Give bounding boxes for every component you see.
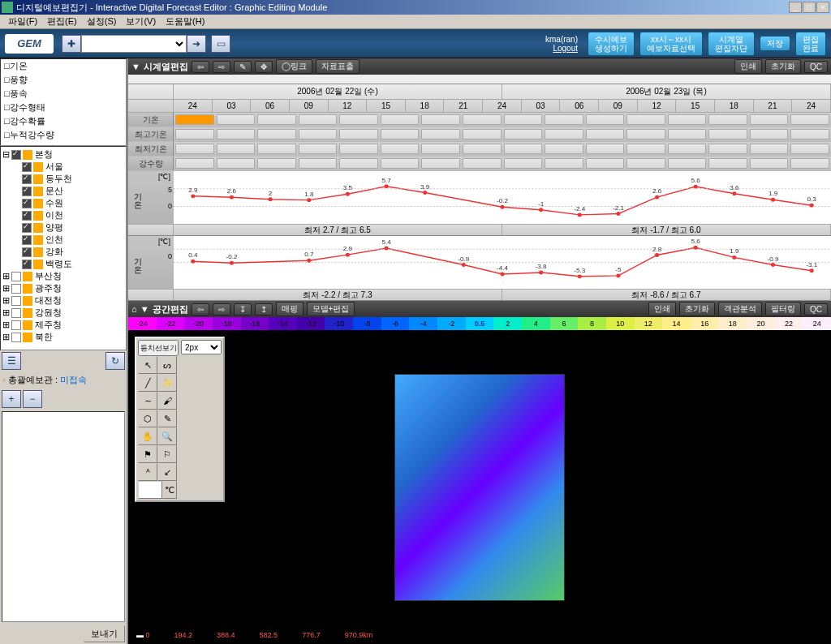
tree-item[interactable]: 동두천 (2, 173, 124, 185)
tree-item[interactable]: 이천 (2, 209, 124, 221)
tree-item[interactable]: 인천 (2, 234, 124, 246)
variable-item[interactable]: □풍속 (1, 87, 126, 101)
variable-item[interactable]: □기온 (1, 59, 126, 73)
model-edit-button[interactable]: 모델+편집 (307, 302, 355, 316)
slot-cell[interactable] (790, 158, 829, 169)
tree-item[interactable]: ⊟본청 (2, 148, 124, 161)
menu-help[interactable]: 도움말(H) (161, 15, 209, 28)
slot-cell[interactable] (668, 129, 707, 140)
tree-item[interactable]: ⊞부산청 (2, 270, 124, 282)
tree-item[interactable]: 백령도 (2, 258, 124, 270)
tool-pen[interactable]: ✎ (157, 410, 177, 427)
tool-wand[interactable]: ✨ (157, 374, 177, 392)
slot-cell[interactable] (217, 129, 256, 140)
tree-item[interactable]: 양평 (2, 221, 124, 234)
nav-next-icon[interactable]: ⇨ (213, 61, 230, 73)
map-print-button[interactable]: 인쇄 (648, 302, 676, 316)
px-select[interactable]: 2px (181, 340, 222, 354)
ts-reset-button[interactable]: 초기화 (765, 59, 801, 74)
logout-link[interactable]: Logout (553, 44, 578, 53)
map-qc-button[interactable]: QC (804, 303, 828, 316)
variable-item[interactable]: □강수확률 (1, 114, 126, 128)
variable-item[interactable]: □강수형태 (1, 101, 126, 114)
tool-text[interactable]: ᴬ (138, 463, 157, 481)
slot-cell[interactable] (750, 144, 789, 154)
mapping-button[interactable]: 매핑 (276, 302, 304, 316)
add-button[interactable]: ✚ (62, 35, 81, 53)
tree-item[interactable]: ⊞대전청 (2, 294, 124, 307)
ts-print-button[interactable]: 인쇄 (734, 59, 762, 74)
slot-cell[interactable] (545, 158, 583, 169)
tool-hand[interactable]: ✋ (138, 427, 157, 445)
nav-prev-icon[interactable]: ⇦ (192, 61, 209, 73)
slot-cell[interactable] (708, 114, 747, 125)
slot-cell[interactable] (504, 114, 543, 125)
slot-cell[interactable] (586, 144, 625, 154)
slot-cell[interactable] (339, 129, 378, 140)
slot-cell[interactable] (463, 144, 502, 154)
generate-forecast-button[interactable]: 수시예보 생성하기 (588, 32, 635, 56)
slot-cell[interactable] (545, 129, 583, 140)
tool-curve[interactable]: ∼ (138, 392, 157, 410)
variable-item[interactable]: □누적강수량 (1, 128, 126, 142)
message-box[interactable] (2, 411, 125, 622)
msg-del-icon[interactable]: − (23, 390, 42, 408)
display-button[interactable]: 자료표출 (316, 59, 360, 74)
slot-cell[interactable] (299, 158, 338, 169)
slot-cell[interactable] (586, 129, 625, 140)
tool-zoom[interactable]: 🔍 (157, 427, 177, 445)
slot-cell[interactable] (790, 144, 829, 154)
save-button[interactable]: 저장 (760, 36, 790, 51)
tool-line[interactable]: ╱ (138, 374, 157, 392)
tree-item[interactable]: ⊞북한 (2, 331, 124, 343)
tree-icon-1[interactable]: ☰ (2, 352, 21, 370)
slot-cell[interactable] (668, 158, 707, 169)
variable-item[interactable]: □풍향 (1, 73, 126, 87)
slot-cell[interactable] (790, 129, 829, 140)
tool-pick[interactable]: ↙ (157, 463, 177, 481)
slot-cell[interactable] (545, 144, 583, 154)
slot-cell[interactable] (381, 158, 420, 169)
tool-arrow[interactable]: ↖ (138, 356, 157, 374)
tree-item[interactable]: ⊞광주청 (2, 282, 124, 294)
doc-button[interactable]: ▭ (211, 35, 230, 53)
menu-view[interactable]: 보기(V) (121, 15, 161, 28)
map-canvas[interactable]: 등치선보기 2px ↖ᔕ ╱✨ ∼🖌 ⬡✎ ✋🔍 ⚑⚐ ᴬ↙ ℃ ▬ 0194.… (128, 330, 831, 644)
slot-cell[interactable] (217, 114, 256, 125)
slot-cell[interactable] (257, 158, 296, 169)
slot-cell[interactable] (750, 129, 789, 140)
slot-cell[interactable] (175, 144, 214, 154)
slot-cell[interactable] (175, 114, 214, 125)
slot-cell[interactable] (339, 144, 378, 154)
slot-cell[interactable] (504, 144, 543, 154)
slot-cell[interactable] (421, 144, 460, 154)
slot-cell[interactable] (175, 158, 214, 169)
map-in-icon[interactable]: ↧ (234, 303, 252, 316)
block-edit-button[interactable]: 시계열 편집차단 (708, 32, 755, 56)
analysis-button[interactable]: 객관분석 (718, 302, 762, 316)
slot-cell[interactable] (586, 158, 625, 169)
slot-cell[interactable] (421, 114, 460, 125)
slot-cell[interactable] (217, 158, 256, 169)
send-button[interactable]: 보내기 (84, 625, 125, 642)
slot-cell[interactable] (299, 129, 338, 140)
slot-cell[interactable] (175, 129, 214, 140)
slot-cell[interactable] (381, 114, 420, 125)
go-button[interactable]: ➜ (187, 35, 206, 53)
tree-item[interactable]: 수원 (2, 197, 124, 209)
collapse-icon[interactable]: ▼ (131, 62, 140, 71)
map-collapse-icon[interactable]: ▼ (140, 304, 149, 314)
slot-cell[interactable] (708, 144, 747, 154)
tool-color[interactable] (138, 481, 162, 499)
slot-cell[interactable] (545, 114, 583, 125)
tool-lasso[interactable]: ᔕ (157, 356, 177, 374)
menu-setting[interactable]: 설정(S) (82, 15, 122, 28)
map-out-icon[interactable]: ↥ (255, 303, 273, 316)
tree-refresh-icon[interactable]: ↻ (105, 352, 125, 370)
maximize-button[interactable]: □ (803, 2, 816, 13)
contour-toggle[interactable]: 등치선보기 (138, 340, 179, 356)
map-prev-icon[interactable]: ⇦ (192, 303, 209, 316)
slot-cell[interactable] (421, 158, 460, 169)
slot-cell[interactable] (217, 144, 256, 154)
slot-cell[interactable] (668, 114, 707, 125)
